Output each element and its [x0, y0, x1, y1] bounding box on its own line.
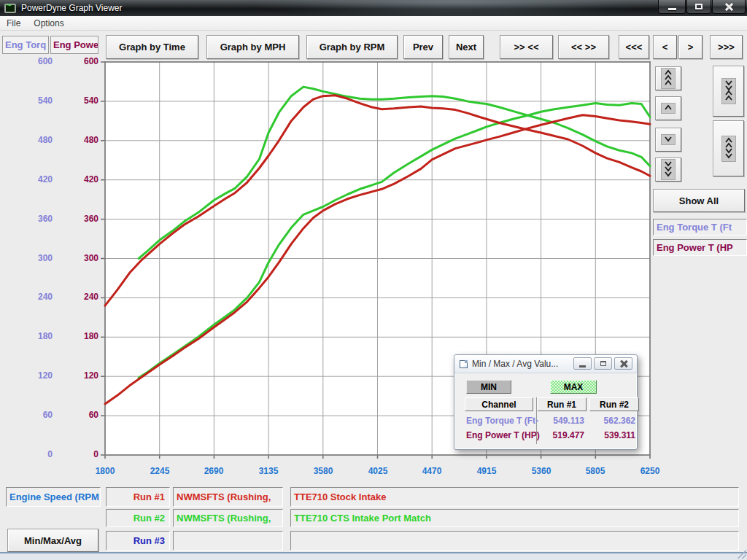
x-channel-box[interactable]: Engine Speed (RPM — [6, 487, 101, 507]
dialog-minimize-icon — [579, 365, 586, 368]
dialog-restore-button[interactable] — [594, 357, 612, 370]
prev-button[interactable]: Prev — [403, 35, 443, 59]
torque-axis-tick-label: 0 — [19, 449, 53, 459]
dialog-close-icon — [620, 360, 627, 368]
show-all-button[interactable]: Show All — [653, 189, 745, 212]
power-axis-tick-label: 480 — [65, 135, 98, 145]
run2-description-box: TTE710 CTS Intake Port Match — [290, 509, 739, 527]
chevrons-outward-icon — [721, 136, 736, 162]
row-power-channel: Eng Power T (HP) — [466, 430, 540, 440]
torque-axis-tick-label: 480 — [19, 135, 53, 145]
graph-by-time-button[interactable]: Graph by Time — [106, 35, 198, 59]
title-bar[interactable]: PowerDyne Graph Viewer — [0, 0, 747, 16]
rpm-axis-tick-label: 4025 — [356, 466, 400, 476]
minimize-button[interactable] — [658, 0, 686, 14]
titlebar-glass-sheen — [251, 0, 659, 16]
dialog-minimize-button[interactable] — [573, 357, 592, 370]
channel-button-torque[interactable]: Eng Torq — [2, 36, 49, 54]
column-header-channel: Channel — [465, 397, 533, 411]
channel-button-power[interactable]: Eng Powe — [50, 36, 98, 54]
scale-up-button[interactable] — [655, 96, 681, 120]
menu-file[interactable]: File — [0, 17, 27, 30]
torque-axis-tick-label: 60 — [19, 410, 53, 420]
run3-description-box — [290, 531, 739, 551]
rpm-axis-tick-label: 5805 — [573, 466, 617, 476]
torque-axis-tick-label: 300 — [19, 253, 53, 263]
run2-label: Run #2 — [106, 509, 170, 527]
power-axis-tick-label: 180 — [65, 331, 98, 341]
dialog-icon — [460, 360, 468, 368]
rpm-axis-tick-label: 5360 — [519, 466, 563, 476]
graph-by-mph-button[interactable]: Graph by MPH — [206, 35, 299, 59]
run1-label: Run #1 — [106, 487, 170, 507]
power-axis-tick-label: 300 — [65, 253, 98, 263]
compress-scale-button[interactable] — [713, 66, 744, 117]
legend-torque-channel[interactable]: Eng Torque T (Ft — [653, 219, 747, 236]
row-torque-run1-value: 549.113 — [539, 416, 584, 426]
expand-scale-button[interactable] — [713, 120, 744, 176]
row-power-run2-value: 539.311 — [590, 430, 635, 440]
window-bottom-frame — [0, 552, 747, 560]
torque-axis-tick-label: 600 — [19, 56, 53, 66]
powerdyne-window: PowerDyne Graph Viewer File Options Eng … — [0, 0, 747, 560]
chevrons-inward-icon — [721, 78, 736, 104]
window-title: PowerDyne Graph Viewer — [21, 3, 123, 13]
scroll-last-button[interactable]: >>> — [710, 35, 743, 59]
power-axis-tick-label: 420 — [65, 174, 98, 184]
torque-axis-tick-label: 240 — [19, 292, 53, 302]
power-axis-tick-label: 540 — [65, 96, 98, 106]
scale-down-button[interactable] — [655, 128, 681, 152]
minmax-dialog[interactable]: Min / Max / Avg Valu... MIN MAX Channel … — [454, 354, 638, 450]
graph-by-rpm-button[interactable]: Graph by RPM — [306, 35, 398, 59]
column-header-run1: Run #1 — [537, 397, 587, 411]
scroll-first-button[interactable]: <<< — [619, 35, 649, 59]
zoom-in-button[interactable]: >> << — [500, 35, 553, 59]
scroll-right-button[interactable]: > — [678, 35, 703, 59]
chevron-down-icon — [661, 134, 676, 145]
max-toggle-button[interactable]: MAX — [550, 380, 597, 394]
chevron-up-icon — [661, 103, 676, 114]
dialog-restore-icon — [600, 361, 606, 366]
rpm-axis-tick-label: 3580 — [301, 466, 345, 476]
torque-axis-tick-label: 180 — [19, 331, 53, 341]
rpm-axis-tick-label: 2690 — [192, 466, 236, 476]
legend-power-channel[interactable]: Eng Power T (HP — [653, 239, 747, 256]
rpm-axis-tick-label: 1800 — [83, 466, 127, 476]
power-axis-tick-label: 360 — [65, 214, 98, 224]
close-button[interactable] — [712, 0, 746, 14]
maximize-button[interactable] — [686, 0, 711, 14]
rpm-axis-tick-label: 4915 — [465, 466, 508, 476]
min-toggle-button[interactable]: MIN — [466, 380, 511, 394]
row-power-run1-value: 519.477 — [539, 430, 584, 440]
scale-up-fast-button[interactable] — [655, 66, 681, 90]
scale-down-fast-button[interactable] — [655, 158, 681, 182]
rpm-axis-tick-label: 6250 — [628, 466, 672, 476]
dialog-title: Min / Max / Avg Valu... — [472, 359, 558, 369]
rpm-axis-tick-label: 4470 — [410, 466, 454, 476]
minmaxavg-button[interactable]: Min/Max/Avg — [7, 529, 98, 552]
run1-description-box: TTE710 Stock Intake — [290, 487, 739, 507]
run2-file-box: NWMSFTS (Rushing, — [173, 509, 283, 527]
power-axis-tick-label: 240 — [65, 292, 98, 302]
scroll-left-button[interactable]: < — [653, 35, 677, 59]
maximize-icon — [695, 4, 703, 9]
power-axis-tick-label: 60 — [65, 410, 98, 420]
minmax-dialog-titlebar[interactable]: Min / Max / Avg Valu... — [454, 355, 637, 373]
app-icon — [4, 4, 16, 13]
torque-axis-tick-label: 420 — [19, 174, 53, 184]
row-torque-run2-value: 562.362 — [590, 416, 635, 426]
power-axis-tick-label: 120 — [65, 370, 98, 381]
rpm-axis-tick-label: 3135 — [247, 466, 290, 476]
torque-axis-tick-label: 120 — [19, 370, 53, 381]
rpm-axis-tick-label: 2245 — [138, 466, 182, 476]
triple-chevron-up-icon — [661, 68, 676, 89]
menu-options[interactable]: Options — [27, 17, 70, 30]
next-button[interactable]: Next — [449, 35, 484, 59]
menu-bar: File Options — [0, 16, 747, 31]
zoom-out-button[interactable]: << >> — [558, 35, 609, 59]
triple-chevron-down-icon — [661, 159, 676, 180]
dialog-close-button[interactable] — [614, 357, 632, 370]
torque-axis-tick-label: 360 — [19, 214, 53, 224]
power-axis-tick-label: 600 — [65, 56, 98, 66]
torque-axis-tick-label: 540 — [19, 96, 53, 106]
